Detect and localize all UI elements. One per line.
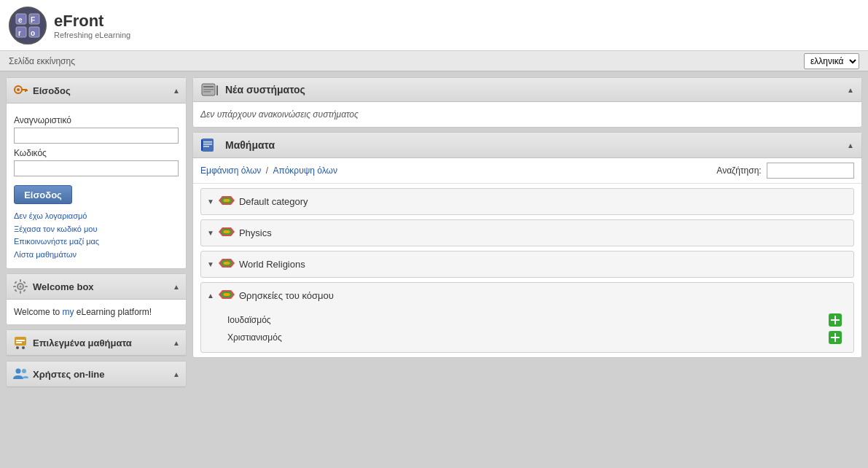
- add-course-icon-ioudaismos[interactable]: [829, 313, 842, 327]
- login-panel-title: Είσοδος: [33, 85, 71, 96]
- featured-panel-title: Επιλεγμένα μαθήματα: [33, 338, 132, 348]
- svg-rect-25: [16, 342, 22, 343]
- username-input[interactable]: [14, 128, 179, 144]
- news-panel-header[interactable]: Νέα συστήματος: [193, 78, 861, 102]
- svg-marker-49: [223, 262, 230, 265]
- login-panel-chevron: [173, 85, 180, 95]
- svg-rect-38: [203, 144, 212, 145]
- category-physics-name: Physics: [239, 227, 272, 238]
- courses-panel: Μαθήματα Εμφάνιση όλων / Απόκρυψη όλων Α…: [192, 132, 862, 358]
- category-default-chevron: ▼: [207, 198, 214, 206]
- category-physics: ▼ Physics: [200, 219, 854, 246]
- category-thriskies-header[interactable]: ▲ Θρησκείες του κόσμου: [201, 283, 853, 308]
- svg-rect-40: [201, 139, 203, 151]
- welcome-panel-chevron: [173, 281, 180, 292]
- welcome-panel-header[interactable]: Welcome box: [7, 274, 186, 300]
- svg-rect-21: [14, 289, 17, 292]
- search-container: Αναζήτηση:: [716, 163, 854, 179]
- news-panel-chevron: [847, 85, 854, 95]
- online-panel: Χρήστες on-line: [6, 361, 187, 388]
- language-selector-container: ελληνικά English: [804, 53, 859, 69]
- news-panel: Νέα συστήματος Δεν υπάρχουν ανακοινώσεις…: [192, 77, 862, 128]
- courses-icon: [200, 137, 219, 153]
- svg-rect-32: [203, 86, 214, 87]
- login-panel-header-left: Είσοδος: [12, 82, 71, 98]
- svg-rect-33: [203, 89, 214, 90]
- svg-point-29: [22, 369, 26, 373]
- breadcrumb-link[interactable]: Σελίδα εκκίνησης: [9, 56, 75, 66]
- category-world-religions: ▼ World Religions: [200, 251, 854, 278]
- svg-rect-15: [20, 279, 21, 282]
- svg-point-28: [16, 369, 21, 374]
- news-panel-header-left: Νέα συστήματος: [200, 82, 305, 97]
- online-panel-header-left: Χρήστες on-line: [12, 366, 105, 382]
- featured-panel-header[interactable]: Επιλεγμένα μαθήματα: [7, 330, 186, 356]
- welcome-text: Welcome to my eLearning platform!: [14, 307, 179, 317]
- show-all-link[interactable]: Εμφάνιση όλων: [200, 165, 261, 176]
- app-tagline: Refreshing eLearning: [54, 31, 130, 39]
- category-thriskies: ▲ Θρησκείες του κόσμου Ιουδαϊσμός: [200, 282, 854, 353]
- svg-rect-20: [23, 289, 26, 292]
- online-panel-chevron: [173, 369, 180, 379]
- courses-list-link[interactable]: Λίστα μαθημάτων: [14, 249, 179, 262]
- welcome-panel-header-left: Welcome box: [12, 278, 94, 295]
- category-world-religions-name: World Religions: [239, 259, 305, 270]
- svg-rect-16: [20, 291, 21, 294]
- hide-all-link[interactable]: Απόκρυψη όλων: [273, 165, 337, 176]
- svg-point-26: [16, 346, 19, 349]
- navbar: Σελίδα εκκίνησης ελληνικά English: [0, 51, 868, 71]
- welcome-link[interactable]: my: [62, 307, 74, 317]
- svg-rect-36: [202, 139, 214, 152]
- svg-text:o: o: [31, 29, 35, 37]
- svg-rect-58: [831, 337, 840, 338]
- search-input[interactable]: [767, 163, 854, 179]
- svg-rect-19: [14, 281, 17, 284]
- forgot-password-link[interactable]: Ξέχασα τον κωδικό μου: [14, 223, 179, 236]
- login-panel: Είσοδος Αναγνωριστικό Κωδικός Είσοδος Δε…: [6, 77, 187, 269]
- course-xristianismos: Χριστιανισμός: [227, 329, 842, 346]
- courses-toolbar-links: Εμφάνιση όλων / Απόκρυψη όλων: [200, 165, 337, 176]
- category-thriskies-name: Θρησκείες του κόσμου: [239, 290, 334, 301]
- app-name: eFront: [54, 12, 130, 31]
- svg-point-27: [22, 346, 25, 349]
- category-default: ▼ Default category: [200, 188, 854, 215]
- courses-panel-header[interactable]: Μαθήματα: [193, 133, 861, 158]
- password-input[interactable]: [14, 160, 179, 176]
- content-area: Νέα συστήματος Δεν υπάρχουν ανακοινώσεις…: [192, 77, 862, 462]
- login-panel-body: Αναγνωριστικό Κωδικός Είσοδος Δεν έχω λο…: [7, 104, 186, 268]
- register-link[interactable]: Δεν έχω λογαριασμό: [14, 210, 179, 223]
- app-logo: e F r o: [9, 7, 47, 44]
- header: e F r o eFront Refreshing eLearning: [0, 0, 868, 51]
- courses-panel-chevron: [847, 140, 854, 150]
- category-physics-header[interactable]: ▼ Physics: [201, 220, 853, 246]
- courses-toolbar: Εμφάνιση όλων / Απόκρυψη όλων Αναζήτηση:: [193, 158, 861, 184]
- courses-panel-header-left: Μαθήματα: [200, 137, 275, 153]
- svg-rect-55: [831, 319, 840, 321]
- username-label: Αναγνωριστικό: [14, 115, 179, 125]
- svg-point-14: [20, 286, 22, 288]
- svg-rect-34: [203, 91, 211, 93]
- featured-panel-header-left: Επιλεγμένα μαθήματα: [12, 335, 132, 351]
- featured-icon: [12, 335, 28, 351]
- search-label: Αναζήτηση:: [716, 165, 761, 176]
- language-select[interactable]: ελληνικά English: [804, 53, 859, 69]
- featured-panel-chevron: [173, 338, 180, 348]
- category-default-header[interactable]: ▼ Default category: [201, 189, 853, 214]
- svg-rect-22: [23, 281, 26, 284]
- login-button[interactable]: Είσοδος: [14, 185, 72, 204]
- users-icon: [12, 366, 28, 382]
- contact-link[interactable]: Επικοινωνήστε μαζί μας: [14, 235, 179, 249]
- svg-point-9: [17, 88, 20, 91]
- online-panel-header[interactable]: Χρήστες on-line: [7, 362, 186, 387]
- toolbar-divider: /: [266, 165, 271, 176]
- svg-rect-18: [25, 286, 28, 287]
- gear-icon: [12, 278, 28, 295]
- svg-marker-52: [223, 293, 230, 296]
- course-ioudaismos: Ιουδαϊσμός: [227, 311, 842, 329]
- welcome-panel: Welcome box Welcome to my eLearning plat…: [6, 273, 187, 325]
- featured-panel: Επιλεγμένα μαθήματα: [6, 329, 187, 356]
- category-world-religions-header[interactable]: ▼ World Religions: [201, 251, 853, 277]
- add-course-icon-xristianismos[interactable]: [829, 331, 842, 344]
- svg-rect-35: [216, 85, 218, 95]
- login-panel-header[interactable]: Είσοδος: [7, 78, 186, 104]
